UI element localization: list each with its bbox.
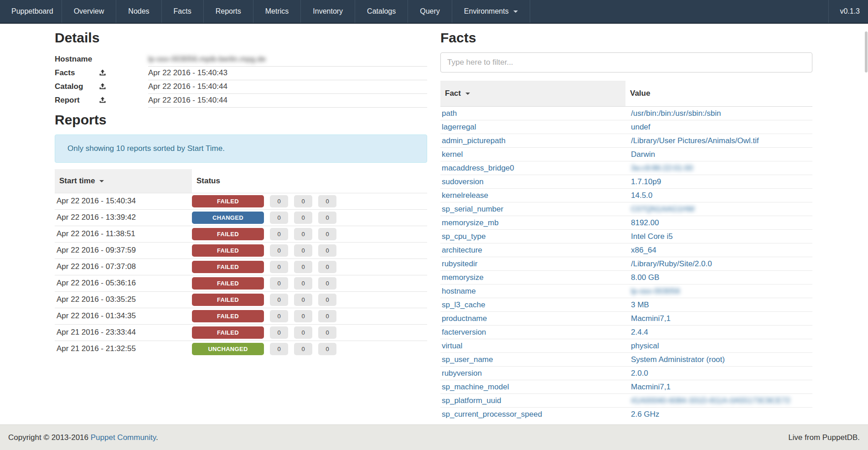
nav-item-metrics[interactable]: Metrics — [253, 0, 301, 23]
fact-value-cell: 1.7.10p9 — [625, 175, 812, 189]
fact-name-cell: path — [440, 107, 625, 120]
fact-value-text[interactable]: 8.00 GB — [631, 273, 659, 282]
count-badge: 0 — [318, 294, 336, 306]
details-value-text: Apr 22 2016 - 15:40:44 — [148, 96, 227, 104]
fact-row: sp_l3_cache3 MB — [440, 298, 812, 312]
report-start-time: Apr 21 2016 - 23:33:44 — [55, 324, 192, 341]
fact-value-text[interactable]: 2.6 GHz — [631, 410, 659, 419]
fact-value-text[interactable]: 1.7.10p9 — [631, 177, 661, 186]
fact-name-link[interactable]: kernel — [442, 150, 463, 159]
fact-value-text[interactable]: 41A00040-6084-331D-811A-0A55173C9CE72 — [631, 396, 790, 405]
fact-value-text[interactable]: undef — [631, 123, 651, 131]
fact-name-link[interactable]: virtual — [442, 341, 462, 350]
fact-name-cell: virtual — [440, 339, 625, 353]
puppet-community-link[interactable]: Puppet Community — [91, 433, 156, 442]
fact-name-link[interactable]: productname — [442, 314, 487, 323]
nav-item-nodes[interactable]: Nodes — [116, 0, 161, 23]
facts-header-value[interactable]: Value — [625, 81, 812, 107]
report-start-time: Apr 22 2016 - 07:37:08 — [55, 259, 192, 275]
status-badge: FAILED — [192, 195, 264, 207]
nav-item-facts[interactable]: Facts — [162, 0, 204, 23]
nav-item-label: Inventory — [313, 7, 343, 16]
fact-name-link[interactable]: memorysize_mb — [442, 218, 499, 227]
reports-header-status[interactable]: Status — [192, 169, 427, 193]
fact-value-text[interactable]: 8192.00 — [631, 218, 659, 227]
fact-value-text[interactable]: C07QN1AAG1HW — [631, 205, 695, 213]
fact-name-cell: admin_picturepath — [440, 134, 625, 148]
fact-name-link[interactable]: sp_platform_uuid — [442, 396, 501, 405]
fact-name-link[interactable]: sp_user_name — [442, 355, 493, 364]
nav-item-overview[interactable]: Overview — [62, 0, 117, 23]
count-badge: 0 — [294, 228, 312, 240]
count-badge: 0 — [270, 212, 288, 224]
fact-name-link[interactable]: memorysize — [442, 273, 484, 282]
nav-item-query[interactable]: Query — [408, 0, 452, 23]
fact-value-text[interactable]: 2.0.0 — [631, 369, 648, 378]
fact-name-link[interactable]: admin_picturepath — [442, 136, 506, 145]
brand-puppetboard[interactable]: Puppetboard — [0, 0, 62, 23]
count-badge: 0 — [270, 261, 288, 273]
report-row: Apr 22 2016 - 13:39:42CHANGED000 — [55, 209, 427, 226]
fact-value-text[interactable]: /Library/User Pictures/Animals/Owl.tif — [631, 136, 759, 145]
fact-name-link[interactable]: path — [442, 109, 457, 118]
reports-sort-header-start-time[interactable]: Start time — [55, 169, 192, 193]
fact-value-cell: 2.0.0 — [625, 367, 812, 380]
count-badge: 0 — [294, 277, 312, 290]
fact-value-text[interactable]: /usr/bin:/bin:/usr/sbin:/sbin — [631, 109, 721, 118]
fact-value-text[interactable]: Macmini7,1 — [631, 383, 671, 391]
fact-name-link[interactable]: sudoversion — [442, 177, 484, 186]
count-badge: 0 — [294, 261, 312, 273]
fact-value-cell: x86_64 — [625, 243, 812, 257]
details-label: Report — [55, 93, 148, 107]
fact-value-text[interactable]: System Administrator (root) — [631, 355, 725, 364]
status-badge: FAILED — [192, 310, 264, 322]
fact-name-cell: productname — [440, 312, 625, 326]
fact-name-link[interactable]: rubyversion — [442, 369, 482, 378]
report-row: Apr 22 2016 - 05:36:16FAILED000 — [55, 275, 427, 291]
fact-name-link[interactable]: sp_cpu_type — [442, 232, 486, 241]
fact-name-link[interactable]: sp_machine_model — [442, 383, 509, 391]
fact-name-link[interactable]: sp_l3_cache — [442, 300, 485, 309]
fact-row: rubyversion2.0.0 — [440, 367, 812, 380]
nav-item-reports[interactable]: Reports — [204, 0, 253, 23]
fact-value-text[interactable]: Macmini7,1 — [631, 314, 671, 323]
fact-name-link[interactable]: hostname — [442, 287, 476, 295]
fact-value-text[interactable]: Intel Core i5 — [631, 232, 673, 241]
fact-name-link[interactable]: kernelrelease — [442, 191, 488, 200]
fact-value-text[interactable]: 14.5.0 — [631, 191, 652, 200]
fact-value-text[interactable]: x86_64 — [631, 246, 656, 254]
fact-value-cell: 3 MB — [625, 298, 812, 312]
details-value: Apr 22 2016 - 15:40:44 — [148, 80, 427, 93]
fact-value-cell: lp-osx-003056 — [625, 284, 812, 298]
nav-item-inventory[interactable]: Inventory — [301, 0, 355, 23]
fact-value-text[interactable]: 3a:c9:86:22:01:00 — [631, 164, 693, 172]
count-badge: 0 — [318, 228, 336, 240]
fact-name-link[interactable]: rubysitedir — [442, 259, 477, 268]
details-label-text: Report — [55, 96, 80, 104]
scrollbar-thumb[interactable] — [865, 31, 868, 72]
facts-sort-header-fact[interactable]: Fact — [440, 81, 625, 107]
facts-filter-input[interactable] — [440, 52, 812, 72]
fact-name-link[interactable]: sp_serial_number — [442, 205, 503, 213]
fact-name-link[interactable]: architecture — [442, 246, 482, 254]
nav-item-catalogs[interactable]: Catalogs — [355, 0, 408, 23]
fact-value-text[interactable]: lp-osx-003056 — [631, 287, 680, 295]
fact-value-text[interactable]: /Library/Ruby/Site/2.0.0 — [631, 259, 712, 268]
report-start-time: Apr 22 2016 - 05:36:16 — [55, 275, 192, 291]
fact-name-link[interactable]: macaddress_bridge0 — [442, 164, 514, 172]
count-badge: 0 — [294, 310, 312, 322]
nav-menu: OverviewNodesFactsReportsMetricsInventor… — [62, 0, 829, 23]
status-badge: FAILED — [192, 244, 264, 257]
fact-value-text[interactable]: 3 MB — [631, 300, 649, 309]
nav-item-environments[interactable]: Environments — [452, 0, 530, 23]
fact-name-link[interactable]: sp_current_processor_speed — [442, 410, 542, 419]
fact-row: macaddress_bridge03a:c9:86:22:01:00 — [440, 161, 812, 175]
fact-name-link[interactable]: facterversion — [442, 328, 486, 336]
fact-value-text[interactable]: physical — [631, 341, 659, 350]
fact-value-text[interactable]: 2.4.4 — [631, 328, 648, 336]
brand-label: Puppetboard — [11, 7, 53, 16]
fact-name-link[interactable]: lagerregal — [442, 123, 476, 131]
report-start-time: Apr 22 2016 - 03:35:25 — [55, 291, 192, 308]
fact-value-text[interactable]: Darwin — [631, 150, 655, 159]
facts-column: Facts Fact Value path/usr/bin:/bin:/usr/… — [440, 24, 812, 421]
